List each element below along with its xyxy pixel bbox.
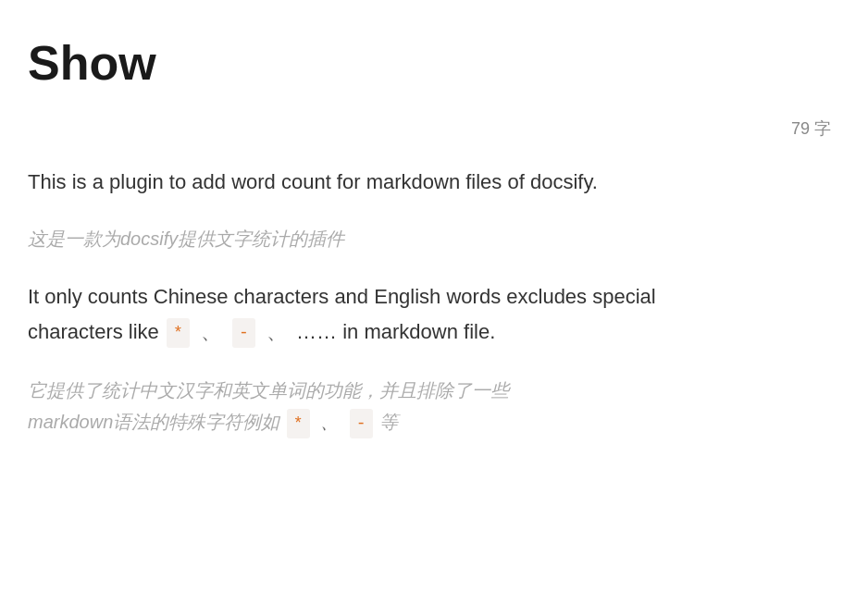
code-star-zh: *	[287, 409, 310, 439]
separator-2: 、	[267, 320, 287, 343]
description-english: This is a plugin to add word count for m…	[28, 166, 831, 198]
feature-zh-suffix: 等	[379, 412, 398, 432]
separator-1: 、	[201, 320, 221, 343]
feature-zh-line2-prefix: markdown语法的特殊字符例如	[28, 412, 279, 432]
code-dash: -	[232, 318, 255, 349]
code-star: *	[167, 318, 190, 349]
description-chinese: 这是一款为docsify提供文字统计的插件	[28, 224, 831, 253]
feature-en-line2-prefix: characters like	[28, 320, 159, 343]
separator-zh: 、	[320, 412, 339, 432]
page-title: Show	[28, 37, 831, 90]
feature-en-line1: It only counts Chinese characters and En…	[28, 285, 656, 308]
code-dash-zh: -	[350, 409, 373, 439]
ellipsis: ……	[296, 320, 337, 343]
feature-zh-line1: 它提供了统计中文汉字和英文单词的功能，并且排除了一些	[28, 380, 509, 401]
feature-en-suffix: in markdown file.	[342, 320, 495, 343]
feature-chinese: 它提供了统计中文汉字和英文单词的功能，并且排除了一些 markdown语法的特殊…	[28, 375, 831, 438]
word-count: 79 字	[28, 117, 831, 140]
feature-english: It only counts Chinese characters and En…	[28, 279, 831, 349]
